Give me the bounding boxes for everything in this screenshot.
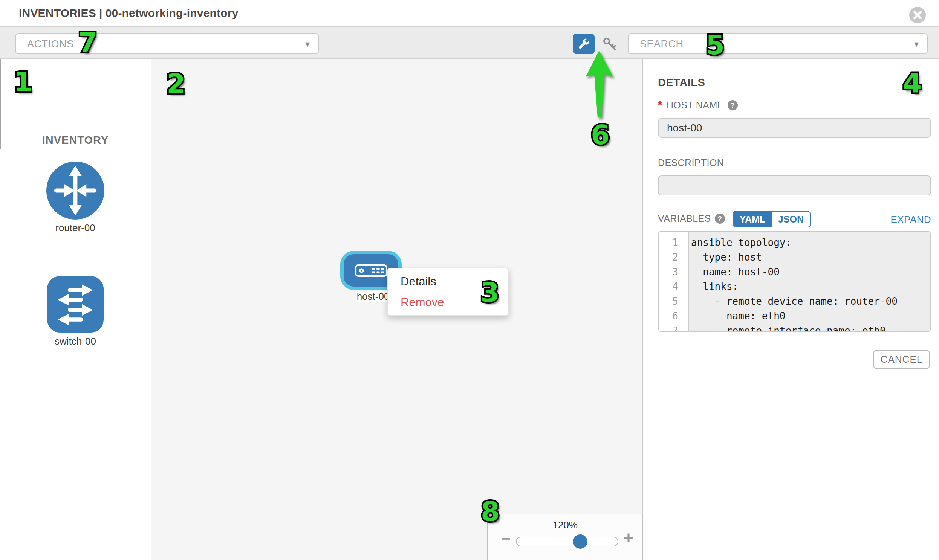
help-icon[interactable]: ? bbox=[728, 100, 738, 110]
code-line-number: 1 bbox=[658, 235, 683, 250]
code-line-text: name: eth0 bbox=[683, 309, 785, 323]
search-dropdown-placeholder: SEARCH bbox=[640, 38, 683, 50]
host-name-field[interactable] bbox=[658, 118, 931, 138]
code-line-number: 3 bbox=[658, 265, 683, 280]
sidebar-device-router[interactable] bbox=[46, 162, 104, 220]
code-line-number: 7 bbox=[658, 323, 683, 332]
code-line: 2 type: host bbox=[658, 250, 930, 265]
code-line-number: 6 bbox=[658, 309, 683, 323]
help-icon[interactable]: ? bbox=[715, 214, 725, 224]
key-icon bbox=[602, 47, 618, 53]
inventory-heading: INVENTORY bbox=[0, 134, 151, 146]
page-title-name: 00-networking-inventory bbox=[105, 7, 239, 19]
zoom-slider-track[interactable] bbox=[516, 537, 618, 546]
code-line-number: 4 bbox=[658, 280, 683, 294]
sidebar-edge-line bbox=[0, 59, 1, 149]
switch-icon bbox=[47, 327, 103, 334]
caret-down-icon: ▾ bbox=[305, 39, 310, 49]
sidebar-device-router-label: router-00 bbox=[0, 222, 151, 234]
code-line: 4 links: bbox=[658, 280, 930, 294]
code-line-number: 5 bbox=[658, 294, 683, 309]
canvas-node-host-label: host-00 bbox=[356, 291, 390, 302]
yaml-toggle-button[interactable]: YAML bbox=[733, 212, 772, 227]
code-line-text: links: bbox=[683, 280, 738, 294]
zoom-percent-value: 120% bbox=[487, 519, 643, 531]
router-icon bbox=[46, 214, 104, 221]
zoom-slider-thumb[interactable] bbox=[573, 534, 587, 549]
variables-code-editor[interactable]: 1 ansible_topology: 2 type: host 3 name:… bbox=[658, 231, 931, 332]
description-label: DESCRIPTION bbox=[658, 157, 724, 168]
actions-dropdown-placeholder: ACTIONS bbox=[27, 38, 74, 50]
variables-label-row: VARIABLES ? bbox=[658, 213, 725, 224]
host-name-label: HOST NAME bbox=[666, 100, 724, 111]
code-rows: 1 ansible_topology: 2 type: host 3 name:… bbox=[658, 235, 930, 332]
variables-format-toggle: YAML JSON bbox=[732, 211, 811, 228]
app-header: INVENTORIES|00-networking-inventory bbox=[0, 0, 939, 27]
host-name-label-row: * HOST NAME ? bbox=[658, 99, 738, 111]
page-title-divider: | bbox=[99, 7, 102, 19]
code-line-text: remote_interface_name: eth0 bbox=[683, 323, 886, 332]
page-title-section: INVENTORIES bbox=[19, 7, 96, 19]
description-field[interactable] bbox=[658, 175, 931, 195]
inventory-topology-screen: INVENTORIES|00-networking-inventory ACTI… bbox=[0, 0, 939, 560]
cancel-button[interactable]: CANCEL bbox=[873, 350, 930, 369]
page-title: INVENTORIES|00-networking-inventory bbox=[19, 7, 242, 20]
zoom-control: 120% − + bbox=[487, 514, 643, 560]
code-line-text: ansible_topology: bbox=[683, 235, 791, 250]
caret-down-icon: ▾ bbox=[914, 39, 919, 49]
context-menu-item-remove[interactable]: Remove bbox=[388, 292, 508, 312]
close-button[interactable] bbox=[909, 7, 926, 23]
required-marker: * bbox=[658, 99, 662, 111]
code-line-text: - remote_device_name: router-00 bbox=[683, 294, 897, 309]
zoom-out-button[interactable]: − bbox=[497, 530, 514, 547]
code-line-number: 2 bbox=[658, 250, 683, 265]
code-line: 6 name: eth0 bbox=[658, 309, 930, 323]
code-line-text: type: host bbox=[683, 250, 762, 265]
sidebar-device-switch-label: switch-00 bbox=[0, 335, 151, 347]
node-context-menu: Details Remove bbox=[387, 268, 509, 315]
code-line: 1 ansible_topology: bbox=[658, 235, 930, 250]
code-line-text: name: host-00 bbox=[683, 265, 780, 280]
actions-dropdown[interactable]: ACTIONS ▾ bbox=[15, 33, 319, 54]
context-menu-item-details[interactable]: Details bbox=[388, 271, 508, 292]
key-button[interactable] bbox=[601, 37, 619, 52]
details-heading: DETAILS bbox=[658, 77, 705, 89]
json-toggle-button[interactable]: JSON bbox=[772, 212, 810, 227]
code-line: 5 - remote_device_name: router-00 bbox=[658, 294, 930, 309]
close-icon bbox=[909, 19, 926, 25]
code-line: 3 name: host-00 bbox=[658, 265, 930, 280]
expand-link[interactable]: EXPAND bbox=[810, 214, 931, 226]
variables-label: VARIABLES bbox=[658, 213, 711, 224]
toolbox-button[interactable] bbox=[573, 34, 595, 54]
code-line: 7 remote_interface_name: eth0 bbox=[658, 323, 930, 332]
description-label-row: DESCRIPTION bbox=[658, 157, 724, 168]
zoom-in-button[interactable]: + bbox=[620, 529, 637, 546]
sidebar-device-switch[interactable] bbox=[47, 276, 103, 332]
inventory-sidebar: INVENTORY router-00 bbox=[0, 59, 151, 560]
search-dropdown[interactable]: SEARCH ▾ bbox=[628, 33, 928, 54]
